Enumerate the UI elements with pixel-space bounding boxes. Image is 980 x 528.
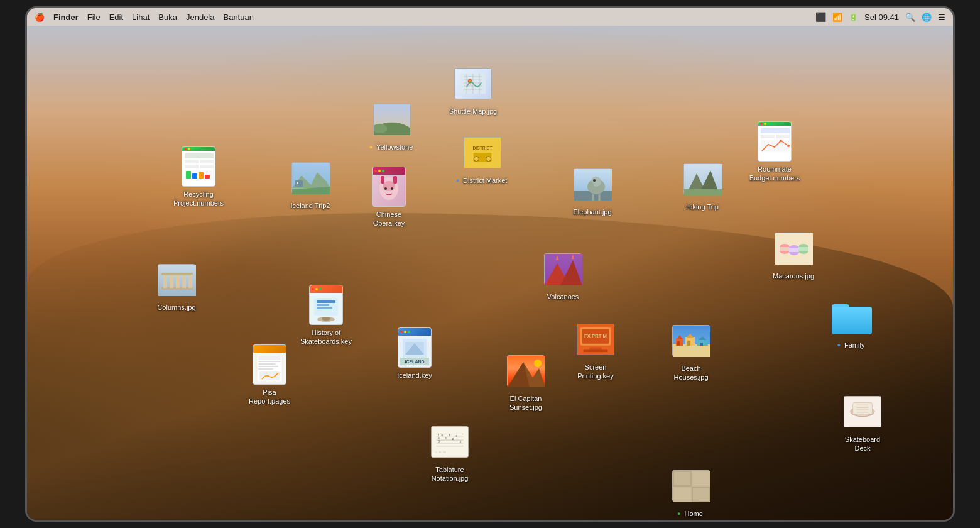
svg-rect-83 [789, 248, 799, 252]
history-sk-label: History ofSkateboards.key [298, 327, 354, 347]
family-folder-thumbnail [832, 297, 872, 338]
district-market-label: District Market [461, 175, 509, 185]
hiking-trip-icon[interactable]: Hiking Trip [674, 159, 731, 212]
hiking-trip-label: Hiking Trip [684, 202, 721, 212]
chinese-opera-icon[interactable]: Chinese Opera.key [361, 167, 417, 229]
volcanoes-thumbnail [543, 249, 583, 289]
svg-rect-26 [192, 173, 197, 179]
yellowstone-thumbnail [372, 99, 412, 140]
svg-text:FX PRT M: FX PRT M [584, 333, 607, 339]
history-sk-thumbnail [306, 285, 346, 325]
yellowstone-icon[interactable]: ● Yellowstone [364, 99, 420, 152]
svg-rect-27 [199, 172, 204, 179]
svg-rect-22 [185, 165, 199, 168]
svg-text:DISTRICT: DISTRICT [472, 146, 493, 150]
chinese-opera-label: Chinese Opera.key [361, 209, 417, 229]
laptop-frame: 🍎 Finder File Edit Lihat Buka Jendela Ba… [25, 6, 955, 522]
el-capitan-thumbnail [506, 351, 546, 391]
recycling-label: RecyclingProject.numbers [172, 189, 226, 209]
elephant-thumbnail [572, 164, 612, 204]
roommate-budget-icon[interactable]: RoommateBudget.numbers [746, 121, 803, 184]
svg-rect-21 [200, 160, 214, 163]
svg-rect-33 [297, 182, 298, 184]
svg-rect-68 [182, 274, 186, 288]
svg-rect-51 [684, 189, 722, 195]
tablature-notation-label: TablatureNotation.jpg [430, 465, 471, 484]
svg-point-44 [590, 182, 594, 189]
home-folder-icon[interactable]: ● Home [663, 466, 719, 519]
columns-label: Columns.jpg [155, 302, 197, 312]
svg-rect-70 [161, 273, 193, 275]
columns-icon[interactable]: Columns.jpg [148, 260, 205, 312]
svg-rect-37 [393, 176, 397, 184]
pisa-report-thumbnail [249, 344, 290, 385]
svg-rect-54 [776, 135, 790, 138]
district-market-icon[interactable]: DISTRICT ● District Market [454, 133, 511, 185]
svg-rect-52 [761, 128, 790, 133]
battery-icon[interactable]: 🔋 [849, 13, 858, 21]
recycling-project-icon[interactable]: RecyclingProject.numbers [170, 146, 227, 209]
airplay-icon[interactable]: ⬛ [815, 12, 826, 22]
macarons-icon[interactable]: Macarons.jpg [765, 228, 822, 281]
menubar: 🍎 Finder File Edit Lihat Buka Jendela Ba… [27, 8, 953, 26]
tablature-notation-icon[interactable]: T A B 0 2 3 2 0 3 ♩♩♩♩♩♩♩♩♩ TablatureNot… [422, 422, 478, 484]
pisa-report-label: Pisa Report.pages [241, 387, 298, 407]
edit-menu[interactable]: Edit [109, 13, 123, 22]
screen-printing-label: ScreenPrinting.key [575, 362, 615, 382]
menubar-left: 🍎 Finder File Edit Lihat Buka Jendela Ba… [35, 13, 254, 22]
siri-icon[interactable]: 🌐 [922, 13, 932, 22]
svg-rect-91 [258, 366, 278, 367]
svg-point-45 [593, 179, 596, 182]
svg-rect-125 [853, 403, 873, 415]
elephant-icon[interactable]: Elephant.jpg [564, 164, 621, 217]
bantuan-menu[interactable]: Bantuan [223, 13, 253, 22]
screen-printing-icon[interactable]: FX PRT M ScreenPrinting.key [567, 319, 624, 382]
svg-point-38 [384, 187, 387, 190]
home-label: Home [683, 509, 705, 519]
notification-icon[interactable]: ☰ [938, 13, 945, 22]
iceland-trip2-icon[interactable]: Iceland Trip2 [282, 158, 339, 211]
svg-text:B: B [438, 440, 440, 443]
shuttle-map-thumbnail [453, 63, 493, 104]
iceland-key-icon[interactable]: ICELAND Iceland.key [386, 327, 443, 380]
svg-rect-73 [317, 304, 329, 306]
el-capitan-icon[interactable]: El CapitanSunset.jpg [498, 351, 554, 413]
beach-houses-icon[interactable]: Beach Houses.jpg [663, 321, 719, 383]
svg-rect-65 [163, 274, 167, 288]
svg-rect-74 [317, 307, 332, 309]
history-sk-icon[interactable]: History ofSkateboards.key [298, 285, 354, 347]
svg-rect-36 [381, 176, 384, 184]
spotlight-icon[interactable]: 🔍 [905, 13, 915, 22]
family-dot: ● [837, 342, 841, 348]
iceland-key-thumbnail: ICELAND [395, 327, 435, 368]
menubar-right: ⬛ 📶 🔋 Sel 09.41 🔍 🌐 ☰ [815, 12, 945, 22]
recycling-thumbnail [178, 146, 219, 187]
svg-rect-76 [322, 317, 330, 321]
svg-rect-109 [700, 343, 703, 346]
skateboard-deck-icon[interactable]: Skateboard Deck [834, 392, 891, 454]
svg-rect-86 [798, 247, 808, 251]
family-folder-icon[interactable]: ● Family [824, 297, 880, 350]
volcanoes-icon[interactable]: Volcanoes [535, 249, 591, 302]
jendela-menu[interactable]: Jendela [186, 13, 215, 22]
finder-menu[interactable]: Finder [53, 13, 79, 22]
svg-rect-151 [674, 472, 690, 485]
lihat-menu[interactable]: Lihat [132, 13, 150, 22]
svg-rect-23 [200, 165, 214, 168]
svg-text:♩♩♩♩♩♩♩♩♩: ♩♩♩♩♩♩♩♩♩ [435, 451, 446, 454]
shuttle-map-icon[interactable]: Shuttle Map.jpg [445, 63, 501, 116]
hiking-trip-thumbnail [682, 159, 722, 199]
svg-rect-20 [185, 160, 199, 163]
buka-menu[interactable]: Buka [158, 13, 177, 22]
svg-rect-153 [674, 488, 690, 501]
volcanoes-label: Volcanoes [545, 292, 581, 302]
screen: 🍎 Finder File Edit Lihat Buka Jendela Ba… [27, 8, 953, 520]
apple-menu[interactable]: 🍎 [35, 13, 45, 22]
file-menu[interactable]: File [87, 13, 101, 22]
pisa-report-icon[interactable]: Pisa Report.pages [241, 344, 298, 407]
svg-rect-53 [761, 135, 775, 138]
svg-rect-154 [693, 488, 709, 501]
svg-rect-32 [295, 180, 303, 187]
wifi-icon[interactable]: 📶 [832, 13, 842, 22]
yellowstone-label: Yellowstone [374, 142, 415, 152]
